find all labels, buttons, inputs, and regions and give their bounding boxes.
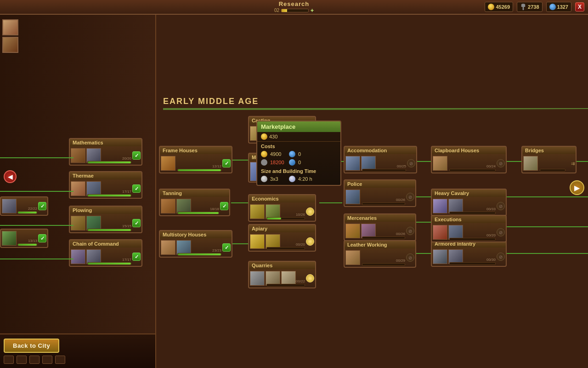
left-tech-panel: Mathematics 20/20 ✓ Thermae 17/17 ✓ Plow… xyxy=(0,15,156,328)
tech-thermae[interactable]: Thermae 17/17 ✓ xyxy=(69,171,142,199)
tech-lb-progress: 13/13 xyxy=(28,239,37,243)
era-line xyxy=(163,109,588,110)
bottom-icon-1[interactable] xyxy=(4,356,14,364)
bottom-icon-4[interactable] xyxy=(42,356,52,364)
tech-chain-of-command-label: Chain of Command xyxy=(70,240,141,247)
tech-thermae-icon xyxy=(71,181,85,196)
tech-thermae-fill xyxy=(88,195,131,196)
tech-plowing[interactable]: Plowing 15/15 ✓ xyxy=(69,206,142,233)
tech-lb-bar xyxy=(17,243,37,246)
tech-multistory-icon xyxy=(161,240,175,255)
tech-plowing-icon xyxy=(71,216,85,230)
tech-clapboard[interactable]: Clapboard Houses 00/24 ⊘ xyxy=(431,146,507,173)
connector-left-h3 xyxy=(0,225,74,226)
tech-clapboard-icon xyxy=(433,156,447,171)
tech-mathematics-label: Mathematics xyxy=(70,139,141,146)
tech-quarries[interactable]: Quarries 00/22 xyxy=(248,261,316,288)
tooltip-cost-hammer-icon xyxy=(261,159,267,166)
tech-tanning-fill xyxy=(178,212,219,214)
tooltip-cost-people-val: 0 xyxy=(298,151,314,157)
conn-econ-right-h xyxy=(319,202,342,203)
bottom-icon-5[interactable] xyxy=(55,356,65,364)
tech-plowing-progress: 15/15 xyxy=(122,224,131,228)
tech-plowing-fill xyxy=(88,229,131,231)
tech-frame-bar xyxy=(177,169,221,172)
tooltip-size-row: 3x3 4:20 h xyxy=(257,175,340,185)
tech-mercenaries-lock: ⊘ xyxy=(406,227,414,235)
tooltip-title: Marketplace xyxy=(257,121,340,132)
tech-chain-progress: 17/17 xyxy=(122,258,131,262)
tech-frame-progress: 12/12 xyxy=(212,164,221,168)
tech-clapboard-progress: 00/24 xyxy=(486,164,496,168)
connector-left-h4 xyxy=(0,259,74,259)
tech-apiary[interactable]: Apiary 00/20 xyxy=(248,224,316,252)
tech-leather-working[interactable]: Leather Working 00/29 ⊘ xyxy=(344,240,416,268)
tech-police-bar xyxy=(362,202,405,205)
tech-frame-fill xyxy=(178,169,221,171)
tech-mathematics-icon xyxy=(71,148,85,163)
close-button[interactable]: X xyxy=(575,2,584,12)
tech-plowing-label: Plowing xyxy=(70,207,141,214)
tech-economics-icon xyxy=(250,204,265,219)
tooltip-size-val: 3x3 xyxy=(270,176,286,182)
tech-plowing-check: ✓ xyxy=(132,219,141,227)
tooltip-cost-hammer2-val: 0 xyxy=(298,160,314,165)
tech-hcav-bar xyxy=(449,212,496,214)
tech-accommodation[interactable]: Accommodation 00/25 ⊘ xyxy=(344,146,417,173)
tech-armored-infantry[interactable]: Armored Infantry 00/30 ⊘ xyxy=(431,239,507,267)
tech-tactics[interactable]: 22/22 ✓ xyxy=(0,196,48,216)
bottom-icon-2[interactable] xyxy=(17,356,27,364)
tech-police-progress: 00/26 xyxy=(396,198,405,202)
tech-exec-progress: 00/20 xyxy=(486,233,496,237)
tech-clapboard-label: Clapboard Houses xyxy=(432,147,506,154)
tech-police-lock: ⊘ xyxy=(406,193,414,201)
tech-quarries-icon xyxy=(250,271,265,286)
tech-heavy-cavalry[interactable]: Heavy Cavalry 00/33 ⊘ xyxy=(431,189,507,216)
tech-mathematics[interactable]: Mathematics 20/20 ✓ xyxy=(69,138,142,166)
tech-clapboard-bar xyxy=(449,169,496,172)
top-bar-right: 45269 2738 1327 X xyxy=(485,2,588,12)
xp-bar xyxy=(281,9,309,12)
tech-police-label: Police xyxy=(345,180,415,188)
research-title: Research xyxy=(279,0,310,7)
tooltip-cost-people-icon xyxy=(289,151,295,157)
tooltip-time-icon xyxy=(289,176,295,182)
tech-executions-label: Executions xyxy=(432,216,506,223)
right-nav-arrow[interactable]: ▶ xyxy=(570,180,584,195)
left-nav-arrow[interactable]: ◀ xyxy=(4,170,17,183)
tech-mercenaries-progress: 00/26 xyxy=(396,232,405,236)
tech-bridges-bar xyxy=(540,169,565,172)
tech-tactics-fill xyxy=(18,212,37,213)
tech-economics[interactable]: Economics 10/26 xyxy=(248,194,316,222)
tech-heavy-cavalry-label: Heavy Cavalry xyxy=(432,190,506,197)
tech-police[interactable]: Police 00/26 ⊘ xyxy=(344,179,416,207)
tech-tanning[interactable]: Tanning 18/18 ✓ xyxy=(159,189,230,216)
tech-chain-of-command[interactable]: Chain of Command 17/17 ✓ xyxy=(69,239,142,267)
tech-left-bottom[interactable]: 13/13 ✓ xyxy=(0,229,48,248)
tech-thermae-bar xyxy=(87,194,131,197)
tech-executions[interactable]: Executions 00/20 ⊘ xyxy=(431,215,507,242)
tech-hcav-progress: 00/33 xyxy=(486,207,496,211)
bottom-icon-3[interactable] xyxy=(29,356,40,364)
gold-value: 45269 xyxy=(496,4,510,10)
tech-mathematics-progress: 20/20 xyxy=(122,156,131,161)
top-bar: Research 02 + 45269 2738 1327 X xyxy=(0,0,588,15)
back-to-city-button[interactable]: Back to City xyxy=(4,339,59,353)
xp-label: 02 xyxy=(274,8,279,13)
tech-bridges-label: Bridges xyxy=(522,147,576,154)
research-area: EARLY MIDDLE AGE Frame Houses 12/12 ✓ T xyxy=(156,15,588,368)
tech-thermae-progress: 17/17 xyxy=(122,190,131,194)
tech-mercenaries[interactable]: Mercenaries 00/26 ⊘ xyxy=(344,213,416,241)
tooltip-cost-hammer-val: 18200 xyxy=(270,160,286,165)
tech-frame-houses[interactable]: Frame Houses 12/12 ✓ xyxy=(159,146,232,173)
tech-multistory-check: ✓ xyxy=(222,243,231,252)
tech-bridges[interactable]: Bridges ⇉ xyxy=(521,146,577,173)
tech-frame-houses-label: Frame Houses xyxy=(160,147,232,154)
tech-frame-icon xyxy=(161,156,175,171)
conn-fh-cast xyxy=(231,160,249,161)
tech-leather-progress: 00/29 xyxy=(396,259,405,263)
tech-multistory[interactable]: Multistory Houses 23/23 ✓ xyxy=(159,230,232,258)
tech-tactics-bar xyxy=(17,211,37,214)
tooltip-cost-pop-icon xyxy=(289,159,295,166)
tech-economics-progress: 10/26 xyxy=(296,213,305,217)
